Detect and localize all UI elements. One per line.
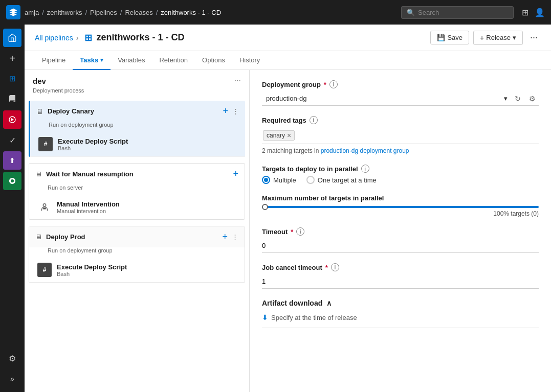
deployment-group-info-icon[interactable]: i bbox=[329, 80, 338, 88]
wait-add-button[interactable]: + bbox=[233, 169, 238, 179]
deploy-canary-group[interactable]: 🖥 Deploy Canary + ⋮ Run on deployment gr… bbox=[29, 101, 245, 157]
slider-value-label: 100% targets (0) bbox=[262, 210, 539, 217]
tag-input[interactable]: canary × bbox=[262, 127, 539, 144]
deployment-group-label: Deployment group * i bbox=[262, 80, 539, 88]
bash-icon-2: # bbox=[37, 263, 52, 277]
pipeline-icon: ⊞ bbox=[84, 32, 92, 43]
sidebar-icon-bottom-settings[interactable]: ⚙ bbox=[3, 349, 21, 367]
sidebar-icon-test[interactable]: ✓ bbox=[3, 131, 21, 149]
artifact-download-title: Artifact download ∧ bbox=[262, 299, 539, 307]
stage-subtitle: Deployment process bbox=[25, 87, 249, 98]
timeout-info-icon[interactable]: i bbox=[296, 227, 304, 236]
job-cancel-input[interactable] bbox=[262, 274, 539, 289]
page-header: All pipelines › ⊞ zenithworks - 1 - CD 💾… bbox=[25, 25, 551, 51]
deployment-group-link[interactable]: production-dg deployment group bbox=[321, 147, 409, 154]
manual-intervention-item[interactable]: Manual Intervention Manual intervention bbox=[29, 195, 245, 219]
execute-script-2[interactable]: # Execute Deploy Script Bash bbox=[29, 258, 245, 283]
dropdown-actions: ↻ ⚙ bbox=[512, 93, 539, 105]
release-button[interactable]: + Release ▾ bbox=[473, 31, 523, 45]
tag-remove-button[interactable]: × bbox=[287, 132, 291, 139]
all-pipelines-link[interactable]: All pipelines bbox=[35, 34, 73, 42]
job-cancel-section: Job cancel timeout * i bbox=[262, 263, 539, 289]
settings-button[interactable]: ⚙ bbox=[526, 93, 539, 105]
deploy-canary-add-button[interactable]: + bbox=[223, 106, 228, 117]
execute-script-1[interactable]: # Execute Deploy Script Bash bbox=[30, 132, 245, 157]
slider-thumb[interactable] bbox=[262, 204, 268, 210]
deploy-prod-drag-handle[interactable]: ⋮ bbox=[232, 233, 238, 241]
plus-icon: + bbox=[480, 34, 484, 42]
breadcrumb-current: zenithworks - 1 - CD bbox=[161, 9, 221, 16]
targets-slider[interactable] bbox=[262, 206, 539, 208]
refresh-button[interactable]: ↻ bbox=[512, 93, 524, 105]
tab-retention[interactable]: Retention bbox=[152, 51, 195, 70]
deploy-prod-subtitle: Run on deployment group bbox=[29, 247, 245, 258]
sidebar-icon-board[interactable]: ⊞ bbox=[3, 70, 21, 88]
topbar: amja / zenithworks / Pipelines / Release… bbox=[0, 0, 551, 25]
tabs-bar: Pipeline Tasks ▾ Variables Retention Opt… bbox=[25, 51, 551, 70]
server-icon: 🖥 bbox=[36, 107, 43, 116]
slider-wrapper: 100% targets (0) bbox=[262, 206, 539, 217]
slider-track bbox=[262, 206, 539, 208]
tab-pipeline[interactable]: Pipeline bbox=[35, 51, 73, 70]
tab-tasks[interactable]: Tasks ▾ bbox=[73, 51, 111, 70]
radio-multiple[interactable]: Multiple bbox=[262, 176, 296, 184]
account-icon[interactable]: 👤 bbox=[535, 8, 545, 17]
sidebar-icon-add[interactable]: + bbox=[3, 49, 21, 67]
radio-one-target-circle bbox=[306, 176, 315, 184]
timeout-input[interactable] bbox=[262, 239, 539, 253]
tasks-chevron-icon: ▾ bbox=[100, 57, 103, 63]
nav-chevron: › bbox=[76, 34, 79, 42]
artifact-chevron-icon[interactable]: ∧ bbox=[326, 299, 332, 307]
sidebar-icon-repo[interactable] bbox=[3, 90, 21, 108]
task-info-1: Execute Deploy Script Bash bbox=[58, 137, 237, 151]
job-cancel-info-icon[interactable]: i bbox=[331, 263, 339, 271]
sidebar: + ⊞ ✓ ⬆ ⚙ » bbox=[0, 25, 25, 392]
breadcrumb-amja[interactable]: amja bbox=[25, 9, 39, 16]
artifact-download-row: ⬇ Specify at the time of release bbox=[262, 313, 539, 328]
tab-options[interactable]: Options bbox=[195, 51, 232, 70]
tab-variables[interactable]: Variables bbox=[111, 51, 152, 70]
server-icon-prod: 🖥 bbox=[35, 233, 42, 241]
stage-title: dev bbox=[33, 77, 234, 85]
search-input[interactable] bbox=[418, 9, 508, 16]
deploy-canary-title: Deploy Canary bbox=[48, 107, 218, 115]
deploy-prod-title: Deploy Prod bbox=[46, 233, 218, 241]
breadcrumb-pipelines[interactable]: Pipelines bbox=[90, 9, 117, 16]
save-button[interactable]: 💾 Save bbox=[430, 31, 469, 44]
svg-point-2 bbox=[43, 204, 46, 207]
more-button[interactable]: ··· bbox=[527, 30, 541, 45]
sidebar-icon-settings[interactable] bbox=[3, 172, 21, 190]
deploy-prod-add-button[interactable]: + bbox=[222, 232, 228, 242]
deployment-group-dropdown[interactable]: production-dg ▾ bbox=[262, 91, 512, 105]
timeout-label: Timeout * i bbox=[262, 227, 539, 236]
max-targets-section: Maximum number of targets in parallel 10… bbox=[262, 194, 539, 217]
sidebar-icon-collapse[interactable]: » bbox=[3, 370, 21, 388]
manual-subtitle: Manual intervention bbox=[57, 208, 236, 214]
required-tags-label: Required tags i bbox=[262, 116, 539, 124]
org-logo[interactable] bbox=[6, 5, 20, 19]
breadcrumb-releases[interactable]: Releases bbox=[125, 9, 152, 16]
radio-one-target[interactable]: One target at a time bbox=[306, 176, 377, 184]
deployment-group-dropdown-wrapper: production-dg ▾ ↻ ⚙ bbox=[262, 91, 539, 106]
tab-history[interactable]: History bbox=[232, 51, 267, 70]
job-cancel-label: Job cancel timeout * i bbox=[262, 263, 539, 271]
deploy-prod-group[interactable]: 🖥 Deploy Prod + ⋮ Run on deployment grou… bbox=[29, 226, 245, 283]
canary-tag: canary × bbox=[263, 130, 295, 141]
header-nav: All pipelines › bbox=[35, 34, 78, 42]
required-tags-info-icon[interactable]: i bbox=[310, 116, 318, 124]
targets-parallel-info-icon[interactable]: i bbox=[361, 165, 369, 173]
search-box[interactable]: 🔍 bbox=[401, 6, 514, 19]
grid-icon[interactable]: ⊞ bbox=[522, 8, 528, 17]
sidebar-icon-home[interactable] bbox=[3, 29, 21, 47]
stage-more-button[interactable]: ··· bbox=[234, 76, 241, 85]
required-tags-section: Required tags i canary × 2 matching targ… bbox=[262, 116, 539, 154]
drag-handle-icon[interactable]: ⋮ bbox=[232, 107, 239, 115]
matching-targets-text: 2 matching targets in production-dg depl… bbox=[262, 147, 539, 154]
sidebar-icon-pipelines[interactable] bbox=[3, 110, 21, 129]
artifact-spec-text: Specify at the time of release bbox=[271, 314, 357, 321]
breadcrumb-zenithworks[interactable]: zenithworks bbox=[47, 9, 82, 16]
wait-manual-section[interactable]: 🖥 Wait for Manual resumption + Run on se… bbox=[29, 163, 245, 220]
targets-parallel-section: Targets to deploy to in parallel i Multi… bbox=[262, 165, 539, 184]
sidebar-icon-deploy[interactable]: ⬆ bbox=[3, 151, 21, 170]
header-actions: 💾 Save + Release ▾ ··· bbox=[430, 30, 541, 45]
